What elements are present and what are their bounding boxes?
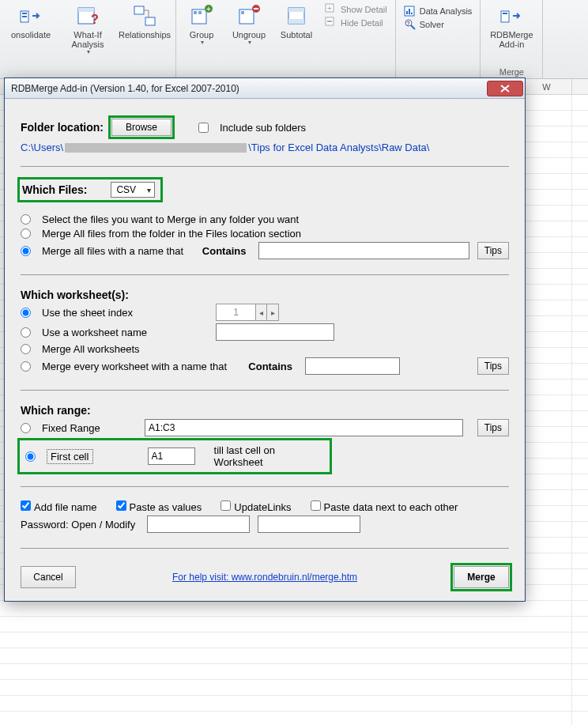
svg-text:?: ? [91, 13, 99, 26]
svg-rect-31 [503, 13, 507, 14]
stepper-left[interactable]: ◂ [256, 304, 267, 320]
ws-radio-all[interactable] [21, 344, 31, 354]
plus-detail-icon: + [325, 3, 337, 16]
whatif-button[interactable]: ? What-If Analysis [60, 2, 115, 58]
updatelinks-checkbox[interactable] [220, 500, 231, 511]
solver-button[interactable]: ? Solver [404, 18, 473, 31]
svg-text:+: + [206, 5, 211, 13]
titlebar[interactable]: RDBMerge Add-in (Version 1.40, for Excel… [5, 78, 525, 99]
close-button[interactable] [487, 81, 523, 96]
svg-text:?: ? [406, 20, 410, 27]
pastenext-checkbox[interactable] [311, 500, 321, 511]
svg-rect-2 [22, 16, 27, 17]
svg-rect-7 [145, 17, 155, 25]
range-till-label: till last cell on Worksheet [214, 444, 324, 468]
ungroup-button[interactable]: Ungroup [225, 2, 273, 48]
password-open-input[interactable] [147, 515, 250, 533]
showdetail-button[interactable]: + Show Detail [325, 3, 387, 16]
password-label: Password: Open / Modify [21, 519, 139, 531]
ws-tips-button[interactable]: Tips [477, 357, 509, 375]
ws-radio-mergename[interactable] [21, 361, 31, 372]
svg-rect-19 [288, 19, 304, 24]
password-modify-input[interactable] [258, 515, 360, 533]
rdbmerge-dialog: RDBMerge Add-in (Version 1.40, for Excel… [4, 77, 526, 602]
ws-merge-all: Merge All worksheets [42, 343, 140, 355]
relationships-label: Relationships [119, 30, 171, 40]
files-tips-button[interactable]: Tips [477, 242, 509, 259]
minus-detail-icon [325, 17, 337, 29]
files-radio-all[interactable] [21, 228, 31, 239]
range-firstcell-input[interactable] [148, 447, 195, 465]
range-radio-fixed[interactable] [21, 423, 31, 433]
files-opt-name: Merge all files with a name that [42, 245, 183, 257]
close-icon [500, 85, 510, 93]
includesub-label: Include sub folders [220, 122, 306, 134]
range-radio-firstcell[interactable] [25, 451, 36, 462]
relationships-button[interactable]: Relationships [117, 2, 172, 41]
svg-rect-14 [241, 11, 244, 14]
addfile-checkbox[interactable] [21, 500, 31, 511]
group-icon: + [189, 3, 214, 28]
cancel-button[interactable]: Cancel [21, 566, 76, 588]
group-button[interactable]: + Group [179, 2, 224, 48]
pastenext-label: Paste data next to each other [324, 501, 458, 513]
svg-rect-27 [411, 13, 413, 14]
range-label: Which range: [21, 404, 91, 417]
ws-radio-name[interactable] [21, 327, 31, 338]
ws-use-index: Use the sheet index [42, 307, 208, 319]
svg-rect-10 [198, 11, 202, 14]
svg-rect-26 [409, 9, 410, 14]
help-link[interactable]: For help visit: www.rondebruin.nl/merge.… [172, 572, 357, 583]
merge-button[interactable]: Merge [454, 566, 509, 588]
rdbmerge-label: RDBMerge Add-in [490, 30, 533, 49]
dataanalysis-icon [404, 5, 416, 17]
showdetail-label: Show Detail [341, 5, 387, 14]
pastevals-label: Paste as values [130, 501, 202, 513]
pastevals-checkbox[interactable] [116, 500, 126, 511]
whatif-label: What-If Analysis [72, 30, 104, 49]
whatif-icon: ? [75, 3, 100, 28]
subtotal-button[interactable]: Subtotal [274, 2, 318, 41]
files-radio-select[interactable] [21, 214, 31, 225]
detail-stack: + Show Detail Hide Detail [320, 2, 392, 31]
ribbon-group-datatools: onsolidate ? What-If Analysis Relationsh… [0, 0, 176, 78]
range-fixed-input[interactable] [145, 419, 463, 436]
subtotal-label: Subtotal [281, 30, 312, 40]
ws-name-input[interactable] [216, 323, 334, 341]
updatelinks-label: UpdateLinks [234, 501, 291, 513]
hidedetail-button[interactable]: Hide Detail [325, 17, 387, 29]
column-header-w[interactable]: W [522, 79, 572, 94]
relationships-icon [132, 3, 157, 28]
sheet-index-stepper[interactable]: 1 ◂ ▸ [216, 304, 279, 321]
includesub-checkbox[interactable] [198, 123, 209, 133]
ws-use-name: Use a worksheet name [42, 327, 208, 338]
ungroup-label: Ungroup [232, 30, 266, 40]
hidedetail-label: Hide Detail [341, 18, 383, 28]
ribbon: onsolidate ? What-If Analysis Relationsh… [0, 0, 588, 79]
files-opt-select: Select the files you want to Merge in an… [42, 213, 299, 225]
whichfiles-label: Which Files: [22, 183, 87, 196]
stepper-right[interactable]: ▸ [267, 304, 278, 320]
consolidate-button[interactable]: onsolidate [3, 2, 58, 41]
svg-rect-4 [78, 8, 94, 12]
dialog-title: RDBMerge Add-in (Version 1.40, for Excel… [11, 83, 487, 94]
filetype-select[interactable]: CSV [111, 182, 155, 198]
solver-icon: ? [404, 18, 416, 31]
ws-contains-input[interactable] [305, 357, 400, 375]
files-contains-input[interactable] [258, 242, 469, 259]
files-contains-label: Contains [202, 245, 247, 257]
files-opt-all: Merge All files from the folder in the F… [42, 228, 301, 240]
rdbmerge-button[interactable]: RDBMerge Add-in [484, 2, 539, 51]
ungroup-icon [236, 3, 262, 28]
files-radio-name[interactable] [21, 246, 31, 256]
browse-button[interactable]: Browse [111, 119, 172, 136]
dataanalysis-button[interactable]: Data Analysis [404, 5, 473, 17]
consolidate-icon [18, 3, 43, 28]
dataanalysis-label: Data Analysis [420, 6, 473, 16]
ws-radio-index[interactable] [21, 308, 31, 318]
range-tips-button[interactable]: Tips [477, 419, 509, 436]
ribbon-group-analysis: Data Analysis ? Solver [396, 0, 481, 78]
rdbmerge-icon [499, 3, 524, 28]
range-firstcell-label: First cell [47, 449, 93, 464]
svg-rect-6 [134, 6, 144, 14]
